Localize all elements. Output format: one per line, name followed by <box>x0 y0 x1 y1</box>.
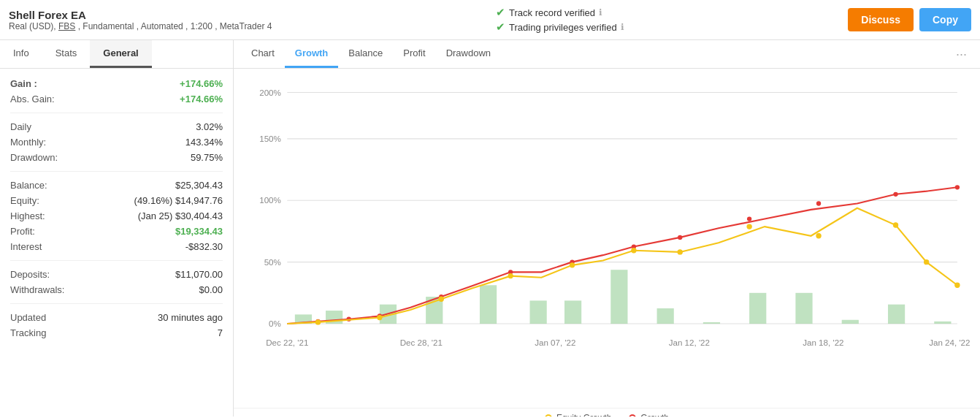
svg-point-40 <box>816 201 821 205</box>
copy-button[interactable]: Copy <box>919 8 971 31</box>
svg-point-46 <box>508 273 513 278</box>
growth-label: Growth <box>640 413 669 417</box>
drawdown-label: Drawdown: <box>10 152 58 163</box>
tab-info[interactable]: Info <box>0 40 42 68</box>
chart-tab-drawdown[interactable]: Drawdown <box>436 40 501 68</box>
svg-rect-22 <box>564 300 581 324</box>
svg-text:Dec 28, '21: Dec 28, '21 <box>400 338 443 347</box>
profit-label: Profit: <box>10 226 35 237</box>
tab-general[interactable]: General <box>90 40 151 68</box>
updated-row: Updated 30 minutes ago <box>10 310 223 325</box>
svg-rect-28 <box>842 320 859 324</box>
svg-text:200%: 200% <box>259 88 281 97</box>
svg-rect-21 <box>530 300 547 324</box>
verified-label-1: Track record verified <box>509 7 595 18</box>
drawdown-row: Drawdown: 59.75% <box>10 150 223 165</box>
equity-value: (49.16%) $14,947.76 <box>134 195 223 206</box>
svg-point-41 <box>893 192 897 197</box>
equity-growth-dot <box>545 414 552 417</box>
divider-1 <box>10 113 223 113</box>
svg-rect-27 <box>795 293 812 324</box>
svg-rect-23 <box>610 270 627 324</box>
abs-gain-label: Abs. Gain: <box>10 94 55 104</box>
svg-point-43 <box>315 320 320 324</box>
info-icon-2[interactable]: ℹ <box>621 22 624 32</box>
interest-row: Interest -$832.30 <box>10 239 223 254</box>
tracking-value: 7 <box>218 327 223 338</box>
app-title-section: Shell Forex EA Real (USD), FBS , Fundame… <box>9 9 272 31</box>
svg-point-51 <box>816 234 821 238</box>
drawdown-value: 59.75% <box>191 152 223 163</box>
svg-text:Jan 24, '22: Jan 24, '22 <box>929 338 970 347</box>
chart-area: 0% 50% 100% 150% 200% Dec 22, '21 Dec 28… <box>234 69 980 408</box>
highest-label: Highest: <box>10 210 45 221</box>
svg-text:150%: 150% <box>259 134 281 143</box>
daily-label: Daily <box>10 121 31 132</box>
abs-gain-value: +174.66% <box>180 94 223 104</box>
updated-value: 30 minutes ago <box>158 312 223 323</box>
withdrawals-value: $0.00 <box>199 284 223 295</box>
chart-tab-profit[interactable]: Profit <box>393 40 435 68</box>
growth-dot <box>629 414 636 417</box>
updated-label: Updated <box>10 312 46 323</box>
svg-text:Dec 22, '21: Dec 22, '21 <box>266 338 308 347</box>
deposits-row: Deposits: $11,070.00 <box>10 267 223 282</box>
growth-chart: 0% 50% 100% 150% 200% Dec 22, '21 Dec 28… <box>241 76 973 371</box>
svg-point-52 <box>893 223 897 227</box>
withdrawals-label: Withdrawals: <box>10 284 64 295</box>
svg-point-42 <box>955 185 960 189</box>
svg-rect-20 <box>480 285 497 324</box>
info-icon-1[interactable]: ℹ <box>599 7 602 18</box>
daily-value: 3.02% <box>196 121 223 132</box>
gain-label: Gain : <box>10 78 37 89</box>
check-icon-2: ✔ <box>496 20 505 34</box>
tab-stats[interactable]: Stats <box>42 40 91 68</box>
app-subtitle: Real (USD), FBS , Fundamental , Automate… <box>9 21 272 31</box>
svg-point-53 <box>925 259 929 264</box>
abs-gain-row: Abs. Gain: +174.66% <box>10 91 223 107</box>
equity-growth-legend: Equity Growth <box>545 413 611 417</box>
app-title: Shell Forex EA <box>9 9 272 21</box>
svg-point-38 <box>678 235 682 240</box>
equity-growth-label: Equity Growth <box>556 413 611 417</box>
verified-label-2: Trading privileges verified <box>509 22 617 33</box>
left-panel: Info Stats General Gain : +174.66% Abs. … <box>0 40 234 417</box>
svg-rect-30 <box>934 322 951 324</box>
action-buttons: Discuss Copy <box>848 8 971 31</box>
monthly-label: Monthly: <box>10 137 46 148</box>
svg-rect-24 <box>657 308 674 324</box>
tracking-label: Tracking <box>10 327 46 338</box>
highest-value: (Jan 25) $30,404.43 <box>138 210 223 221</box>
svg-point-49 <box>678 250 682 254</box>
profit-row: Profit: $19,334.43 <box>10 224 223 239</box>
more-options-icon[interactable]: ··· <box>950 41 973 68</box>
check-icon-1: ✔ <box>496 6 505 19</box>
svg-text:100%: 100% <box>259 195 281 205</box>
svg-text:Jan 07, '22: Jan 07, '22 <box>535 338 575 347</box>
svg-point-44 <box>378 315 382 319</box>
growth-legend: Growth <box>629 413 669 417</box>
balance-value: $25,304.43 <box>175 180 223 191</box>
chart-tab-balance[interactable]: Balance <box>338 40 393 68</box>
equity-row: Equity: (49.16%) $14,947.76 <box>10 193 223 208</box>
chart-legend: Equity Growth Growth <box>234 408 980 417</box>
broker-link[interactable]: FBS <box>58 21 75 31</box>
svg-point-47 <box>570 263 574 267</box>
svg-text:Jan 12, '22: Jan 12, '22 <box>669 338 710 347</box>
right-panel: Chart Growth Balance Profit Drawdown ···… <box>234 40 980 417</box>
svg-rect-26 <box>749 293 766 324</box>
withdrawals-row: Withdrawals: $0.00 <box>10 282 223 297</box>
interest-label: Interest <box>10 241 42 252</box>
chart-tab-growth[interactable]: Growth <box>285 40 339 68</box>
left-content: Gain : +174.66% Abs. Gain: +174.66% Dail… <box>0 69 233 417</box>
interest-value: -$832.30 <box>185 241 223 252</box>
svg-text:Jan 18, '22: Jan 18, '22 <box>803 338 843 347</box>
chart-tab-chart[interactable]: Chart <box>241 40 285 68</box>
discuss-button[interactable]: Discuss <box>848 8 914 31</box>
deposits-label: Deposits: <box>10 269 50 280</box>
svg-point-45 <box>439 297 443 301</box>
highest-row: Highest: (Jan 25) $30,404.43 <box>10 208 223 224</box>
svg-point-48 <box>632 248 636 253</box>
balance-row: Balance: $25,304.43 <box>10 178 223 193</box>
main-layout: Info Stats General Gain : +174.66% Abs. … <box>0 40 980 417</box>
